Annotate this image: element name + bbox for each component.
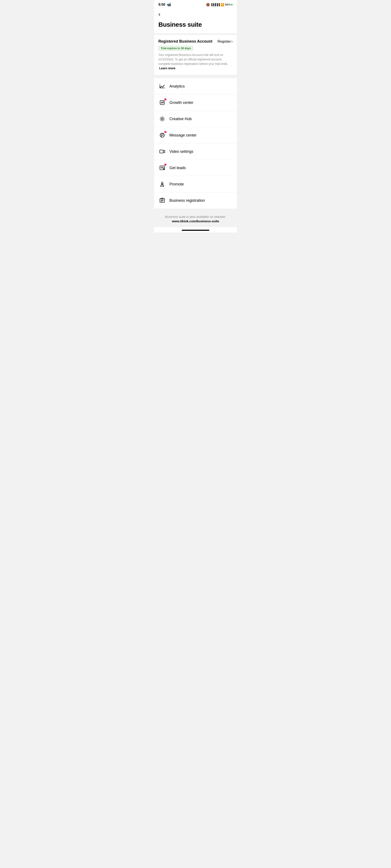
- message-center-notification-dot: [164, 131, 167, 133]
- analytics-label: Analytics: [170, 84, 185, 89]
- message-center-icon: [158, 131, 166, 139]
- message-center-label: Message center: [170, 133, 197, 137]
- footer-section: Business suite is also available on webs…: [154, 209, 237, 227]
- svg-point-3: [161, 118, 163, 120]
- status-bar: 9:50 📹 🔕 ▐▐▐▐▐ 🛜 96%: [154, 0, 237, 8]
- footer-link[interactable]: www.tiktok.com/business-suite: [158, 219, 233, 223]
- video-settings-icon: [158, 148, 166, 155]
- svg-rect-13: [160, 150, 163, 153]
- business-registration-icon: [158, 197, 166, 204]
- battery-icon: 96%: [225, 3, 233, 6]
- svg-point-17: [163, 169, 164, 169]
- learn-more-link[interactable]: Learn more: [159, 66, 175, 70]
- menu-section: Analytics Growth center: [154, 78, 237, 209]
- section-divider-1: [154, 33, 237, 35]
- card-title: Registered Business Account: [158, 39, 212, 44]
- menu-item-video-settings[interactable]: Video settings: [154, 144, 237, 160]
- growth-center-notification-dot: [164, 98, 167, 100]
- footer-text: Business suite is also available on webs…: [158, 215, 233, 218]
- menu-item-creative-hub[interactable]: Creative Hub: [154, 111, 237, 127]
- creative-hub-label: Creative Hub: [170, 117, 192, 121]
- back-button[interactable]: ‹: [158, 11, 160, 18]
- card-description: Your registered Business Account trial w…: [158, 53, 233, 70]
- page-title-area: Business suite: [154, 19, 237, 33]
- get-leads-label: Get leads: [170, 166, 186, 170]
- svg-line-9: [163, 120, 164, 121]
- menu-item-growth-center[interactable]: Growth center: [154, 94, 237, 111]
- menu-item-message-center[interactable]: Message center: [154, 127, 237, 144]
- home-indicator-area: [154, 227, 237, 232]
- mute-icon: 🔕: [206, 3, 210, 6]
- status-icons: 🔕 ▐▐▐▐▐ 🛜 96%: [206, 3, 233, 6]
- trial-badge: Trial expires in 30 days: [158, 46, 193, 51]
- signal-icon: ▐▐▐▐▐: [211, 3, 220, 6]
- page-title: Business suite: [158, 21, 233, 28]
- get-leads-notification-dot: [164, 164, 167, 166]
- back-button-area: ‹: [154, 8, 237, 19]
- menu-item-promote[interactable]: Promote: [154, 176, 237, 192]
- video-settings-label: Video settings: [170, 149, 193, 154]
- camera-icon: 📹: [167, 3, 171, 6]
- menu-item-business-registration[interactable]: Business registration: [154, 192, 237, 209]
- growth-center-icon: [158, 99, 166, 106]
- svg-point-12: [160, 133, 164, 137]
- promote-icon: [158, 180, 166, 188]
- chevron-right-icon: ›: [231, 39, 233, 44]
- menu-item-get-leads[interactable]: Get leads: [154, 160, 237, 176]
- svg-point-18: [162, 184, 162, 184]
- creative-hub-icon: [158, 115, 166, 123]
- svg-line-8: [161, 117, 161, 118]
- battery-dot: [231, 4, 233, 5]
- growth-center-label: Growth center: [170, 100, 193, 105]
- svg-rect-14: [160, 166, 164, 170]
- svg-line-11: [161, 120, 161, 121]
- section-divider-2: [154, 75, 237, 76]
- status-time: 9:50: [158, 3, 165, 6]
- promote-label: Promote: [170, 182, 184, 186]
- menu-item-analytics[interactable]: Analytics: [154, 78, 237, 94]
- business-account-card: Registered Business Account Register › T…: [154, 35, 237, 75]
- home-indicator-bar: [182, 230, 209, 231]
- wifi-icon: 🛜: [220, 3, 224, 6]
- card-header: Registered Business Account Register ›: [158, 39, 233, 44]
- get-leads-icon: [158, 164, 166, 172]
- register-link[interactable]: Register ›: [217, 39, 233, 44]
- business-registration-label: Business registration: [170, 198, 205, 203]
- svg-line-10: [163, 117, 164, 118]
- analytics-icon: [158, 83, 166, 90]
